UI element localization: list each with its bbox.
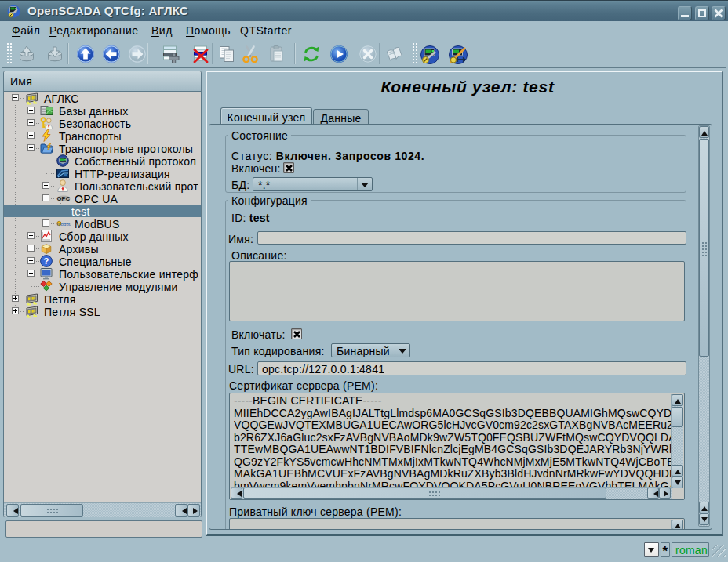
svg-text:?: ? [43, 256, 49, 266]
svg-text:OPC: OPC [56, 195, 70, 202]
svg-text:modbus: modbus [57, 222, 71, 227]
